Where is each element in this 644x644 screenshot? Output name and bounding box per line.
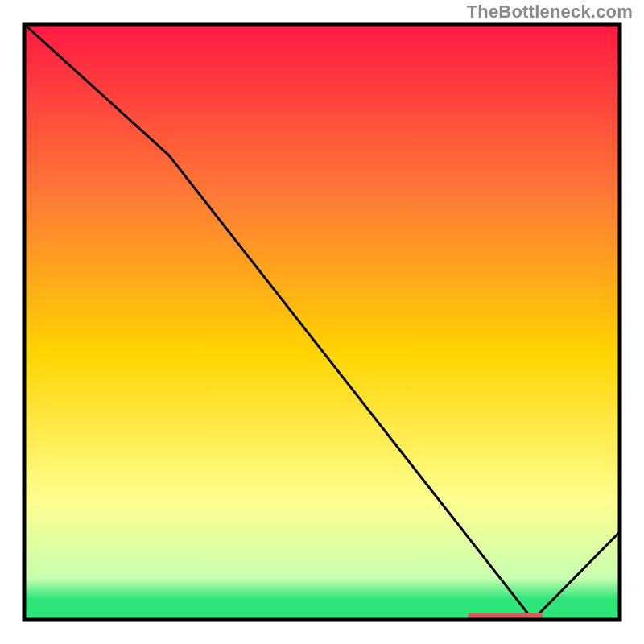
chart-container: TheBottleneck.com: [0, 0, 644, 644]
attribution-watermark: TheBottleneck.com: [467, 2, 633, 23]
bottleneck-chart: [0, 0, 644, 644]
plot-gradient-bg: [24, 24, 620, 620]
